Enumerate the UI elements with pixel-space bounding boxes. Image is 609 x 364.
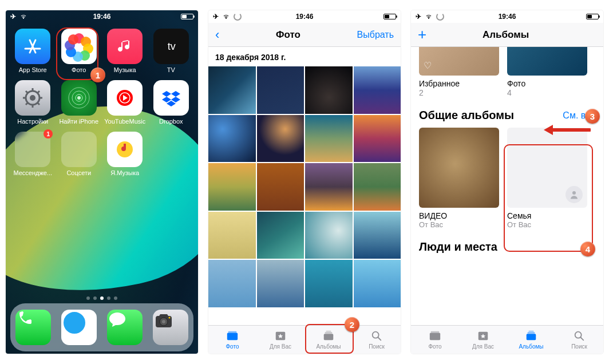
photo-thumb[interactable]	[208, 260, 256, 307]
app-label: YouTubeMusic	[104, 118, 145, 125]
album-title: Фото	[507, 79, 587, 88]
tab-search[interactable]: Поиск	[353, 326, 401, 354]
photo-thumb[interactable]	[257, 260, 304, 307]
album-title: ВИДЕО	[419, 211, 499, 220]
status-bar: ✈︎ 19:46	[411, 10, 603, 23]
section-people-places: Люди и места	[411, 231, 603, 259]
photos-icon	[61, 29, 97, 64]
nav-back[interactable]: ‹	[215, 27, 219, 42]
nav-select[interactable]: Выбрать	[357, 30, 394, 40]
avatar-placeholder-icon	[566, 186, 583, 203]
photo-thumb[interactable]	[257, 163, 304, 211]
tab-label: Поиск	[369, 343, 385, 350]
svg-point-13	[162, 320, 165, 323]
battery-icon	[181, 14, 193, 19]
app-appstore[interactable]: App Store	[11, 29, 54, 73]
nav-bar: ‹ Фото Выбрать	[208, 23, 401, 47]
album-title: Семья	[507, 211, 587, 220]
photo-thumb[interactable]	[354, 115, 401, 163]
section-title-text: Общие альбомы	[419, 109, 514, 122]
svg-rect-24	[431, 331, 440, 333]
photo-thumb[interactable]	[208, 163, 256, 211]
tab-label: Альбомы	[519, 343, 543, 350]
shared-album-video[interactable]: ВИДЕО От Вас	[419, 128, 499, 229]
screen-photos: ✈︎ 19:46 ‹ Фото Выбрать 18 декабря 2018 …	[208, 10, 401, 354]
tab-label: Для Вас	[472, 343, 494, 350]
svg-rect-28	[528, 331, 533, 332]
shared-album-family[interactable]: Семья От Вас	[507, 128, 587, 229]
dock-camera[interactable]	[153, 310, 188, 345]
folder-social[interactable]: Соцсети	[58, 132, 101, 176]
screen-albums: ✈︎ 19:46 + Альбомы ♡ Избранное 2	[411, 10, 603, 354]
nav-title: Альбомы	[483, 29, 529, 41]
annotation-step-2: 2	[345, 317, 359, 332]
appstore-icon	[15, 29, 50, 64]
app-settings[interactable]: Настройки	[11, 80, 54, 125]
app-tv[interactable]: tv TV	[150, 29, 193, 73]
photo-thumb[interactable]	[208, 212, 256, 259]
app-label: App Store	[19, 66, 47, 73]
app-ytmusic[interactable]: YouTubeMusic	[104, 80, 147, 125]
tv-icon: tv	[153, 29, 189, 64]
tab-label: Альбомы	[316, 343, 341, 350]
dock-phone[interactable]	[15, 310, 51, 345]
app-label: Соцсети	[66, 169, 91, 176]
nav-title: Фото	[276, 29, 300, 41]
photo-thumb[interactable]	[208, 66, 256, 114]
section-title-text: Люди и места	[419, 240, 497, 254]
album-count: 4	[507, 88, 587, 97]
album-title: Избранное	[419, 79, 499, 88]
search-tab-icon	[370, 330, 383, 342]
svg-rect-18	[324, 334, 334, 340]
tab-albums[interactable]: Альбомы	[507, 326, 555, 354]
app-yamusic[interactable]: Я.Музыка	[104, 132, 147, 176]
photo-thumb[interactable]	[257, 66, 304, 114]
tab-albums[interactable]: Альбомы	[304, 326, 353, 354]
photo-thumb[interactable]	[305, 163, 353, 211]
album-photos[interactable]: Фото 4	[507, 47, 587, 97]
photo-thumb[interactable]	[305, 260, 353, 307]
photo-grid[interactable]	[208, 66, 401, 307]
svg-rect-27	[528, 333, 535, 334]
tab-search[interactable]: Поиск	[555, 326, 603, 354]
tab-photos[interactable]: Фото	[411, 326, 459, 354]
dropbox-icon	[153, 80, 189, 116]
date-header: 18 декабря 2018 г.	[208, 47, 401, 66]
photo-thumb[interactable]	[354, 163, 401, 211]
app-label: Музыка	[114, 66, 136, 73]
tab-foryou[interactable]: Для Вас	[256, 326, 304, 354]
nav-bar: + Альбомы	[411, 23, 603, 47]
annotation-step-1: 1	[90, 68, 105, 82]
app-findiphone[interactable]: Найти iPhone	[58, 80, 101, 125]
battery-icon	[383, 14, 396, 19]
photo-thumb[interactable]	[305, 212, 353, 259]
photo-thumb[interactable]	[354, 260, 401, 307]
photo-thumb[interactable]	[208, 115, 256, 163]
tab-foryou[interactable]: Для Вас	[459, 326, 507, 354]
findiphone-icon	[61, 80, 97, 116]
album-favorites[interactable]: ♡ Избранное 2	[419, 47, 499, 97]
tab-photos[interactable]: Фото	[208, 326, 256, 354]
photo-thumb[interactable]	[305, 115, 353, 163]
tab-label: Фото	[429, 343, 442, 350]
photo-thumb[interactable]	[257, 115, 304, 163]
albums-tab-icon	[322, 330, 335, 342]
dock-messages[interactable]	[107, 310, 143, 345]
svg-point-21	[373, 332, 379, 338]
folder-messengers[interactable]: 1 Мессендже...	[11, 132, 54, 176]
photo-thumb[interactable]	[354, 212, 401, 259]
app-music[interactable]: Музыка	[104, 29, 147, 73]
nav-add[interactable]: +	[418, 26, 426, 43]
album-subtitle: От Вас	[419, 220, 499, 229]
photo-thumb[interactable]	[305, 66, 353, 114]
photos-tab-icon	[226, 330, 239, 342]
app-label: Я.Музыка	[110, 169, 139, 176]
dock-safari[interactable]	[61, 310, 97, 345]
photo-thumb[interactable]	[354, 66, 401, 114]
app-dropbox[interactable]: Dropbox	[150, 80, 193, 125]
status-time: 19:46	[208, 13, 401, 21]
svg-rect-16	[228, 331, 237, 333]
screen-home: ✈︎ 19:46 App Store	[6, 10, 198, 354]
app-photos[interactable]: Фото	[58, 29, 101, 73]
photo-thumb[interactable]	[257, 212, 304, 259]
